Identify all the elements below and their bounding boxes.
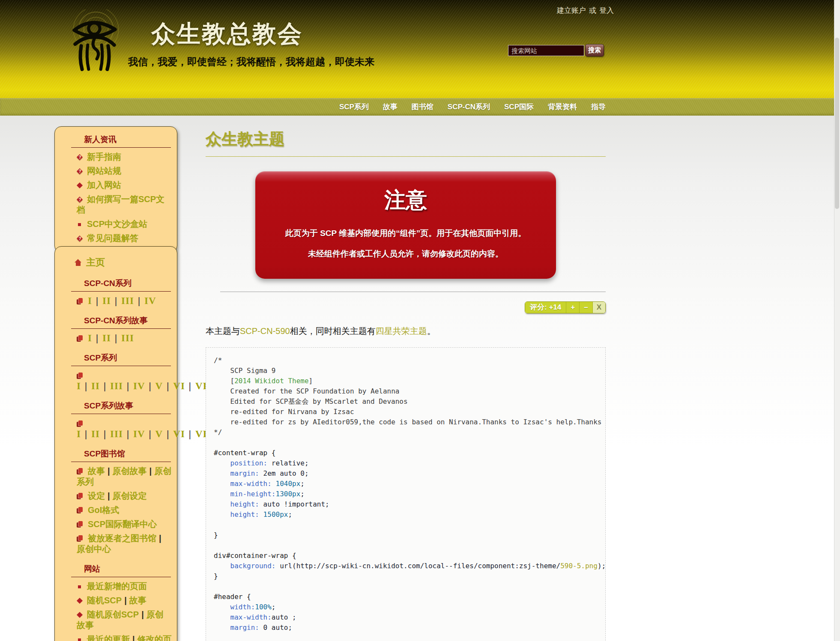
sidebar-link[interactable]: II bbox=[102, 333, 111, 343]
sidebar-link[interactable]: 加入网站 bbox=[87, 180, 121, 190]
sidebar-link[interactable]: 新手指南 bbox=[87, 152, 121, 161]
separator: | bbox=[81, 381, 91, 391]
code-line: } bbox=[214, 530, 605, 540]
sidebar-item-home: 主页 bbox=[55, 255, 177, 271]
rating-close-button[interactable]: X bbox=[592, 302, 605, 313]
sidebar-section-heading: SCP-CN系列故事 bbox=[71, 315, 171, 329]
sidebar-item: 最近的更新|修改的页面 bbox=[55, 632, 177, 641]
sidebar-link[interactable]: 随机SCP bbox=[87, 596, 122, 605]
separator: | bbox=[156, 534, 164, 543]
sidebar-link[interactable]: 主页 bbox=[86, 257, 105, 268]
sidebar-section: SCP系列I|II|III|IV|V|VI|VII|VIII|IX bbox=[55, 352, 177, 393]
search-button[interactable]: 搜索 bbox=[585, 44, 604, 57]
nav-item[interactable]: 故事 bbox=[383, 102, 398, 112]
nav-item[interactable]: SCP国际 bbox=[504, 102, 534, 112]
downvote-button[interactable]: – bbox=[579, 302, 592, 313]
nav-item[interactable]: 背景资料 bbox=[548, 102, 577, 112]
sidebar-link[interactable]: II bbox=[102, 295, 111, 306]
sidebar-link[interactable]: II bbox=[91, 429, 100, 439]
sidebar-box-newcomers: 新人资讯?新手指南?网站站规加入网站?如何撰写一篇SCP文档SCP中文沙盒站?常… bbox=[54, 126, 177, 253]
sidebar-link[interactable]: III bbox=[121, 333, 134, 343]
sidebar-link[interactable]: SCP国际翻译中心 bbox=[88, 519, 157, 529]
nav-item[interactable]: SCP-CN系列 bbox=[448, 102, 490, 112]
sidebar-item: 随机原创SCP|原创故事 bbox=[55, 608, 177, 632]
square-icon bbox=[77, 584, 83, 590]
sidebar-link[interactable]: I bbox=[88, 333, 92, 343]
code-line: /* bbox=[214, 355, 605, 366]
code-line: max-width: 1040px; bbox=[214, 479, 605, 489]
code-line: [2014 Wikidot Theme] bbox=[214, 376, 605, 386]
sidebar-link[interactable]: 如何撰写一篇SCP文档 bbox=[77, 194, 164, 215]
code-line: #content-wrap { bbox=[214, 448, 605, 458]
sidebar-section-heading: SCP图书馆 bbox=[71, 448, 171, 462]
separator: | bbox=[185, 381, 195, 391]
sidebar-item: I|II|III|IV|V|VI|VII|VIII bbox=[55, 416, 177, 441]
nav-item[interactable]: 指导 bbox=[591, 102, 606, 112]
separator: | bbox=[130, 635, 138, 641]
sidebar-link[interactable]: 设定 bbox=[88, 491, 105, 501]
pages-icon bbox=[77, 521, 84, 528]
login-link[interactable]: 登入 bbox=[599, 6, 614, 15]
code-line: min-height:1300px; bbox=[214, 489, 605, 499]
site-title[interactable]: 众生教总教会 bbox=[151, 18, 303, 51]
sidebar-link[interactable]: VI bbox=[173, 381, 185, 391]
sidebar-link[interactable]: SCP中文沙盒站 bbox=[87, 219, 147, 229]
sidebar-link[interactable]: III bbox=[110, 429, 123, 439]
scrollbar[interactable] bbox=[834, 0, 840, 641]
sidebar-link[interactable]: 原创中心 bbox=[77, 544, 111, 554]
sidebar-link[interactable]: V bbox=[155, 429, 163, 439]
sidebar-link[interactable]: I bbox=[77, 381, 81, 391]
code-line: SCP Sigma 9 bbox=[214, 366, 605, 376]
separator: | bbox=[145, 381, 155, 391]
notice-line-1: 此页为于 SCP 维基内部使用的“组件”页。用于在其他页面中引用。 bbox=[275, 227, 536, 240]
code-line: Edited for SCP基金会 by MScarlet and Devano… bbox=[214, 397, 605, 407]
sidebar-link[interactable]: I bbox=[88, 295, 92, 306]
rating-score: 评分: +14 bbox=[525, 302, 566, 313]
separator: | bbox=[145, 429, 155, 439]
create-account-link[interactable]: 建立账户 bbox=[557, 6, 586, 15]
sidebar-link[interactable]: 故事 bbox=[88, 466, 105, 476]
sidebar-box-main: 主页SCP-CN系列I|II|III|IVSCP-CN系列故事I|II|IIIS… bbox=[54, 246, 177, 641]
sidebar-item: 故事|原创故事|原创系列 bbox=[55, 464, 177, 489]
help-diamond-icon-glyph: ? bbox=[77, 236, 83, 242]
sidebar-link[interactable]: III bbox=[110, 381, 123, 391]
sidebar-link[interactable]: II bbox=[91, 381, 100, 391]
separator: | bbox=[123, 381, 133, 391]
separator: | bbox=[139, 610, 146, 619]
nav-item[interactable]: 图书馆 bbox=[412, 102, 433, 112]
sidebar-link[interactable]: VI bbox=[173, 429, 185, 439]
sidebar-link[interactable]: 常见问题解答 bbox=[87, 233, 138, 243]
sidebar-link[interactable]: III bbox=[121, 295, 134, 306]
nav-item[interactable]: SCP系列 bbox=[339, 102, 369, 112]
sidebar-link[interactable]: IV bbox=[133, 429, 145, 439]
help-diamond-icon: ? bbox=[77, 236, 83, 242]
sidebar-section-heading: 网站 bbox=[71, 563, 171, 577]
sidebar-link[interactable]: 最近的更新 bbox=[87, 635, 130, 641]
separator: | bbox=[100, 381, 110, 391]
code-line bbox=[214, 540, 605, 551]
sidebar-link[interactable]: IV bbox=[133, 381, 145, 391]
sidebar-link[interactable]: 原创故事 bbox=[113, 466, 147, 476]
sidebar-link[interactable]: 网站站规 bbox=[87, 166, 121, 176]
search-input[interactable] bbox=[508, 45, 584, 56]
code-line: } bbox=[214, 571, 605, 581]
sidebar-link[interactable]: 原创设定 bbox=[113, 491, 147, 501]
intro-text: 本主题与 bbox=[206, 326, 240, 336]
code-line: position: relative; bbox=[214, 458, 605, 468]
scrollbar-thumb[interactable] bbox=[835, 38, 839, 209]
separator: | bbox=[163, 381, 173, 391]
inline-link[interactable]: SCP-CN-590 bbox=[240, 326, 290, 336]
intro-paragraph: 本主题与SCP-CN-590相关，同时相关主题有四星共荣主题。 bbox=[206, 325, 606, 337]
sidebar-link[interactable]: 随机原创SCP bbox=[87, 610, 139, 619]
upvote-button[interactable]: + bbox=[566, 302, 579, 313]
sidebar-link[interactable]: 最近新增的页面 bbox=[87, 581, 147, 591]
sidebar-link[interactable]: IV bbox=[144, 295, 156, 306]
sidebar-link[interactable]: V bbox=[155, 381, 163, 391]
sidebar-item: 加入网站 bbox=[55, 178, 177, 192]
sidebar-link[interactable]: 故事 bbox=[129, 596, 146, 605]
code-line: width:100%; bbox=[214, 602, 605, 612]
sidebar-link[interactable]: 被放逐者之图书馆 bbox=[88, 534, 156, 543]
sidebar-link[interactable]: GoI格式 bbox=[88, 505, 119, 515]
sidebar-link[interactable]: I bbox=[77, 429, 81, 439]
inline-link[interactable]: 四星共荣主题 bbox=[376, 326, 427, 336]
